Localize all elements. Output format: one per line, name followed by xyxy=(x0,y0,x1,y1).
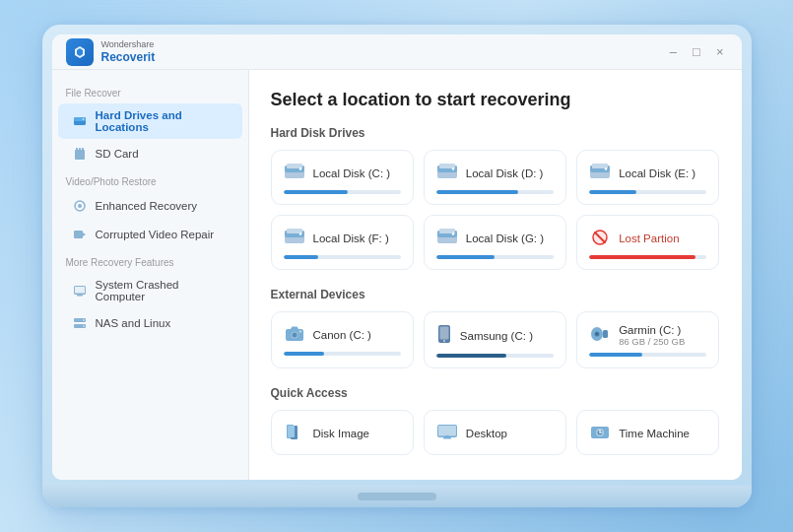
sd-card-icon xyxy=(72,146,88,162)
card-local-e[interactable]: Local Disk (E: ) xyxy=(576,150,719,205)
card-label-desktop: Desktop xyxy=(466,428,507,439)
sidebar-item-enhanced-recovery[interactable]: Enhanced Recovery xyxy=(58,192,242,220)
svg-point-51 xyxy=(596,333,598,335)
sidebar-item-hard-drives[interactable]: Hard Drives and Locations xyxy=(58,103,242,139)
card-label-disk-image: Disk Image xyxy=(313,428,370,439)
card-label-c: Local Disk (C: ) xyxy=(313,167,391,179)
progress-garmin xyxy=(589,353,706,357)
maximize-button[interactable]: □ xyxy=(689,42,704,61)
sidebar-label-enhanced-recovery: Enhanced Recovery xyxy=(96,200,198,212)
hdd-icon-f xyxy=(284,228,305,249)
svg-rect-5 xyxy=(79,148,81,152)
svg-rect-4 xyxy=(76,148,78,152)
progress-fill-canon xyxy=(284,352,325,356)
card-label-e: Local Disk (E: ) xyxy=(619,167,695,179)
sidebar-label-nas-linux: NAS and Linux xyxy=(96,317,171,329)
hard-disk-grid: Local Disk (C: ) xyxy=(271,150,720,270)
svg-rect-24 xyxy=(439,164,455,168)
card-desktop[interactable]: Desktop xyxy=(424,410,566,455)
svg-point-21 xyxy=(298,167,300,169)
hdd-icon-c xyxy=(284,163,305,184)
progress-d xyxy=(436,190,554,194)
svg-rect-13 xyxy=(75,287,85,294)
sidebar-label-sd-card: SD Card xyxy=(96,148,139,160)
minimize-button[interactable]: – xyxy=(666,42,681,61)
hdd-icon-g xyxy=(436,228,458,249)
disk-image-icon xyxy=(284,423,305,444)
svg-rect-32 xyxy=(287,229,302,233)
logo-text: Wondershare Recoverit xyxy=(101,39,156,64)
phone-icon xyxy=(436,324,452,348)
svg-point-47 xyxy=(443,340,445,342)
sidebar-section-more-features: More Recovery Features xyxy=(52,249,248,272)
card-samsung[interactable]: Samsung (C: ) xyxy=(424,311,566,368)
card-label-time-machine: Time Machine xyxy=(619,428,690,439)
corrupted-video-icon xyxy=(72,227,88,242)
card-local-d[interactable]: Local Disk (D: ) xyxy=(424,150,566,205)
sidebar-item-sd-card[interactable]: SD Card xyxy=(58,140,242,167)
card-label-garmin: Garmin (C: ) xyxy=(619,324,685,336)
logo-icon xyxy=(66,38,94,66)
svg-rect-20 xyxy=(287,164,302,168)
card-local-f[interactable]: Local Disk (F: ) xyxy=(271,215,414,270)
card-time-machine[interactable]: Time Machine xyxy=(576,410,719,455)
sidebar-item-nas-linux[interactable]: NAS and Linux xyxy=(58,309,242,337)
svg-rect-9 xyxy=(74,231,83,238)
card-local-c[interactable]: Local Disk (C: ) xyxy=(271,150,414,205)
card-label-lost: Lost Partion xyxy=(619,233,679,244)
svg-rect-44 xyxy=(298,331,301,333)
card-local-g[interactable]: Local Disk (G: ) xyxy=(424,215,566,270)
laptop-notch xyxy=(358,493,436,500)
progress-c xyxy=(284,190,401,194)
hdd-icon-e xyxy=(589,163,611,184)
laptop-bottom xyxy=(42,486,752,507)
progress-fill-g xyxy=(436,255,496,259)
card-canon[interactable]: Canon (C: ) xyxy=(271,311,414,368)
svg-point-16 xyxy=(83,319,84,320)
svg-rect-46 xyxy=(439,327,448,340)
sidebar-section-file-recover: File Recover xyxy=(52,80,248,102)
app-logo: Wondershare Recoverit xyxy=(66,38,156,66)
svg-point-8 xyxy=(78,204,82,208)
title-bar: Wondershare Recoverit – □ × xyxy=(52,34,742,70)
laptop-screen: Wondershare Recoverit – □ × File Recover xyxy=(52,34,742,480)
svg-rect-49 xyxy=(603,330,608,338)
svg-rect-58 xyxy=(445,435,449,438)
progress-f xyxy=(284,255,401,259)
progress-lost xyxy=(589,255,706,259)
svg-point-43 xyxy=(292,333,297,338)
brand-name: Wondershare xyxy=(101,39,156,50)
camera-icon xyxy=(284,324,305,346)
svg-marker-10 xyxy=(83,233,86,236)
progress-canon xyxy=(284,352,401,356)
progress-fill-samsung xyxy=(436,354,507,358)
svg-point-37 xyxy=(452,233,454,234)
svg-point-29 xyxy=(605,167,607,169)
sidebar-item-corrupted-video[interactable]: Corrupted Video Repair xyxy=(58,221,242,248)
svg-rect-36 xyxy=(439,229,455,233)
quick-access-grid: Disk Image xyxy=(271,410,720,455)
svg-rect-56 xyxy=(438,426,456,436)
svg-point-2 xyxy=(82,118,84,120)
sidebar-item-system-crashed[interactable]: System Crashed Computer xyxy=(58,273,242,308)
progress-fill-f xyxy=(284,255,319,259)
progress-fill-d xyxy=(436,190,519,194)
speaker-icon xyxy=(589,325,611,347)
card-label-canon: Canon (C: ) xyxy=(313,329,371,341)
card-lost-partition[interactable]: Lost Partion xyxy=(576,215,719,270)
svg-rect-12 xyxy=(77,295,83,297)
close-button[interactable]: × xyxy=(712,42,728,61)
sidebar-section-video-photo: Video/Photo Restore xyxy=(52,168,248,191)
page-title: Select a location to start recovering xyxy=(271,90,720,110)
window-controls: – □ × xyxy=(666,42,728,61)
section-title-hdd: Hard Disk Drives xyxy=(271,126,720,140)
lost-partition-icon xyxy=(589,228,611,249)
svg-point-25 xyxy=(452,167,454,169)
svg-rect-6 xyxy=(82,148,84,152)
progress-fill-lost xyxy=(589,255,694,259)
nas-linux-icon xyxy=(72,315,88,331)
card-garmin[interactable]: Garmin (C: ) 86 GB / 250 GB xyxy=(576,311,719,368)
progress-fill-garmin xyxy=(589,353,642,357)
card-disk-image[interactable]: Disk Image xyxy=(271,410,414,455)
progress-g xyxy=(436,255,554,259)
